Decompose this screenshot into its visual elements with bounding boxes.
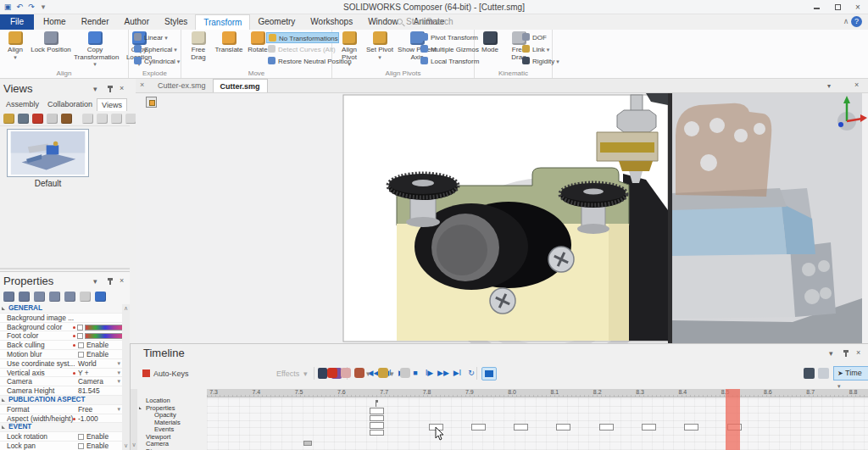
set-key-icon[interactable] <box>327 368 337 378</box>
keyframe-stack[interactable] <box>370 430 384 436</box>
ribbon-item-linear[interactable]: Linear ▾ <box>132 32 168 43</box>
effect-key-icon[interactable] <box>378 368 388 378</box>
timeline-playhead[interactable] <box>726 389 740 450</box>
tree-expand-icon[interactable] <box>139 407 142 409</box>
dropdown-arrow-icon[interactable]: ▾ <box>117 369 120 378</box>
dropdown-arrow-icon[interactable]: ▾ <box>366 369 370 378</box>
ribbon-button-translate[interactable]: Translate <box>214 31 243 54</box>
property-checkbox[interactable]: Enable <box>78 442 122 450</box>
ribbon-button-free-drag[interactable]: Free Drag <box>184 31 213 61</box>
views-pin-icon[interactable] <box>107 85 114 93</box>
menu-tab-styles[interactable]: Styles <box>157 14 195 30</box>
keyframe[interactable] <box>599 424 614 431</box>
file-menu-button[interactable]: File <box>0 14 34 30</box>
document-tab-cutter-smg[interactable]: Cutter.smg <box>213 79 268 92</box>
ribbon-item-pivot-transform[interactable]: Pivot Transform <box>419 32 478 43</box>
section-expand-icon[interactable] <box>2 307 5 310</box>
custom-view-1-icon[interactable] <box>82 114 93 124</box>
keyframe-stack[interactable] <box>370 408 384 414</box>
property-checkbox[interactable]: Enable <box>78 341 122 350</box>
update-view-icon[interactable] <box>18 114 29 124</box>
color-swatch-gradient[interactable] <box>85 333 125 339</box>
timeline-menu-icon[interactable]: ▾ <box>829 349 833 358</box>
ribbon-button-align-pivot[interactable]: Align Pivot▾ <box>335 31 364 69</box>
property-row-lock-rotation[interactable]: Lock rotationEnable <box>0 432 123 442</box>
property-row-motion-blur[interactable]: Motion blurEnable <box>0 350 123 359</box>
keyframe[interactable] <box>556 424 570 431</box>
checkbox-icon[interactable] <box>78 352 84 358</box>
sort-alpha-icon[interactable] <box>19 292 30 302</box>
restore-button[interactable] <box>831 2 844 13</box>
property-row-vertical-axis[interactable]: Vertical axisY +▾ <box>0 369 123 378</box>
ribbon-item-detect-curves-alt-[interactable]: Detect Curves (Alt) <box>266 44 336 55</box>
properties-pin-icon[interactable] <box>107 277 114 286</box>
marker-filter-icon[interactable] <box>481 367 497 381</box>
properties-scrollbar[interactable]: ∧∨ <box>122 304 130 450</box>
custom-view-2-icon[interactable] <box>97 114 108 124</box>
property-row-camera-height[interactable]: Camera Height81.545 <box>0 386 123 396</box>
viewport-close-icon[interactable]: × <box>854 81 859 89</box>
categorize-icon[interactable] <box>3 292 14 302</box>
section-expand-icon[interactable] <box>2 398 5 402</box>
color-swatch-gradient[interactable] <box>85 325 125 331</box>
property-checkbox[interactable]: Enable <box>78 350 122 359</box>
auto-keys-icon[interactable] <box>142 369 150 377</box>
menu-tab-workshops[interactable]: Workshops <box>303 14 360 30</box>
timeline-ruler[interactable]: 7.37.47.57.67.77.87.98.08.18.28.38.48.58… <box>207 389 868 397</box>
help-button[interactable]: ? <box>851 16 862 27</box>
dropdown-arrow-icon[interactable]: ▾ <box>390 369 394 378</box>
keyframe-marker-digger[interactable] <box>303 441 312 446</box>
property-row-back-culling[interactable]: Back cullingEnable <box>0 341 123 350</box>
property-row-background-image-[interactable]: Background image ... <box>0 314 123 323</box>
collapse-ribbon-icon[interactable]: ∧ <box>841 17 851 27</box>
scroll-down-icon[interactable]: ∨ <box>122 442 130 449</box>
views-tab-collaboration[interactable]: Collaboration <box>43 98 97 111</box>
ribbon-button-set-pivot[interactable]: Set Pivot▾ <box>365 31 394 61</box>
step-forward-icon[interactable]: Ⅰ▶ <box>423 367 437 379</box>
timeline-tree-scrollbar[interactable]: ∨ <box>131 389 137 450</box>
dropdown-arrow-icon[interactable]: ▾ <box>117 359 120 369</box>
viewport-views-mode-icon[interactable] <box>146 97 157 108</box>
menu-tab-render[interactable]: Render <box>74 14 117 30</box>
keyframe[interactable] <box>684 424 698 431</box>
ribbon-item-multiple-gizmos[interactable]: Multiple Gizmos <box>419 44 479 55</box>
views-menu-icon[interactable]: ▾ <box>93 85 97 93</box>
custom-view-3-icon[interactable] <box>111 114 122 124</box>
section-expand-icon[interactable] <box>2 425 5 429</box>
link-view-icon[interactable] <box>47 114 58 124</box>
search-box[interactable]: Start Search <box>397 14 453 30</box>
timeline-close-icon[interactable]: × <box>856 348 860 357</box>
viewport-3d[interactable] <box>136 93 868 343</box>
viewport-split-divider[interactable] <box>668 93 672 343</box>
clear-key-icon[interactable] <box>341 368 351 378</box>
property-row-camera[interactable]: CameraCamera▾ <box>0 377 123 386</box>
effects-icon[interactable] <box>400 368 410 378</box>
view-thumbnail-default[interactable] <box>7 129 89 177</box>
property-value[interactable]: World <box>78 359 122 369</box>
property-value[interactable]: Y + <box>78 369 122 378</box>
camera-capture-icon[interactable] <box>32 114 43 124</box>
dropdown-arrow-icon[interactable]: ▾ <box>117 405 120 414</box>
ribbon-item-cylindrical[interactable]: Cylindrical ▾ <box>132 56 180 67</box>
keyframe-stack[interactable] <box>370 422 384 429</box>
create-view-icon[interactable] <box>3 114 14 124</box>
effects-dropdown-icon[interactable]: ▾ <box>303 369 308 378</box>
menu-tab-geometry[interactable]: Geometry <box>250 14 303 30</box>
reset-properties-icon[interactable] <box>64 292 75 302</box>
close-button[interactable]: × <box>851 2 865 13</box>
fit-timeline-icon[interactable] <box>804 368 815 379</box>
checkbox-icon[interactable] <box>78 443 84 449</box>
dropdown-arrow-icon[interactable]: ▾ <box>117 377 120 386</box>
property-row-lock-pan[interactable]: Lock panEnable <box>0 442 123 450</box>
effects-label[interactable]: Effects <box>276 369 299 378</box>
stop-icon[interactable]: ■ <box>409 367 422 379</box>
document-tab-cutter-ex-smg[interactable]: Cutter-ex.smg <box>151 79 213 92</box>
property-value[interactable]: Camera <box>78 377 122 386</box>
page-back-icon[interactable] <box>34 292 45 302</box>
property-row-aspect-width-height-[interactable]: Aspect (width/height)-1.000 <box>0 414 123 424</box>
ribbon-item-spherical[interactable]: Spherical ▾ <box>132 44 177 55</box>
screw-lower[interactable] <box>490 288 515 314</box>
views-close-icon[interactable]: × <box>120 84 124 92</box>
ribbon-item-local-transform[interactable]: Local Transform <box>419 56 479 67</box>
viewport-menu-icon[interactable]: ▾ <box>827 82 831 90</box>
